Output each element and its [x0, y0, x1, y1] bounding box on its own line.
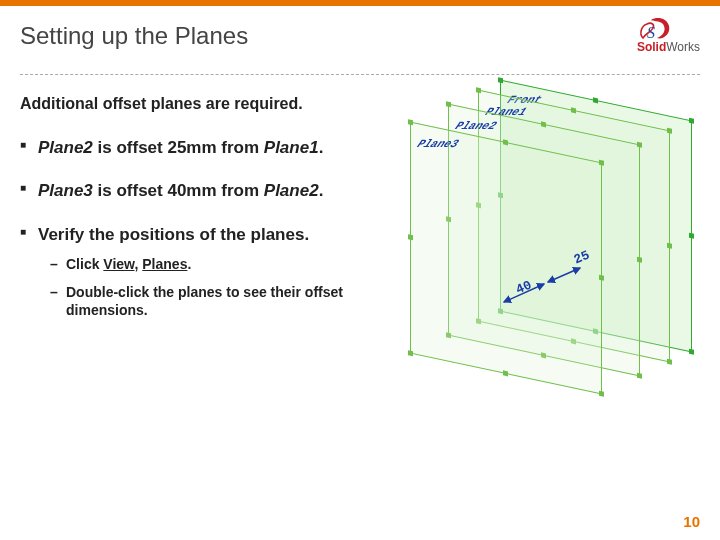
svg-line-1 [548, 268, 580, 282]
plane2-name-b: Plane2 [264, 181, 319, 200]
sub-1-dot: . [187, 256, 191, 272]
planes-figure: Front Plane1 Plane2 Plane3 25 40 [400, 100, 700, 390]
bullet-1-mid: is offset 25mm from [93, 138, 264, 157]
brand-logo: S SolidWorks [637, 16, 700, 54]
brand-text: SolidWorks [637, 40, 700, 54]
plane1-name: Plane1 [264, 138, 319, 157]
header: Setting up the Planes S SolidWorks [20, 22, 700, 72]
bullet-2-mid: is offset 40mm from [93, 181, 264, 200]
bullet-1-dot: . [319, 138, 324, 157]
page-number: 10 [683, 513, 700, 530]
menu-planes: Planes [142, 256, 187, 272]
label-plane2: Plane2 [452, 120, 500, 132]
sub-1-prefix: Click [66, 256, 103, 272]
dimension-arrows [490, 260, 600, 320]
bullet-2: Plane3 is offset 40mm from Plane2. [20, 180, 385, 201]
label-plane3: Plane3 [414, 138, 462, 150]
brand-solid: Solid [637, 40, 666, 54]
bullet-1: Plane2 is offset 25mm from Plane1. [20, 137, 385, 158]
plane3-name: Plane3 [38, 181, 93, 200]
brand-works: Works [666, 40, 700, 54]
page-title: Setting up the Planes [20, 22, 700, 50]
menu-view: View [103, 256, 134, 272]
header-divider [20, 74, 700, 75]
sub-list: Click View, Planes. Double-click the pla… [50, 255, 385, 320]
plane2-name: Plane2 [38, 138, 93, 157]
bullet-3: Verify the positions of the planes. Clic… [20, 224, 385, 320]
bullet-list: Plane2 is offset 25mm from Plane1. Plane… [20, 137, 385, 319]
bullet-2-dot: . [319, 181, 324, 200]
ds-logo-icon: S [637, 16, 675, 42]
bullet-3-text: Verify the positions of the planes. [38, 225, 309, 244]
accent-top-bar [0, 0, 720, 6]
svg-text:S: S [647, 24, 655, 41]
sub-1: Click View, Planes. [50, 255, 385, 273]
sub-2: Double-click the planes to see their off… [50, 283, 385, 319]
